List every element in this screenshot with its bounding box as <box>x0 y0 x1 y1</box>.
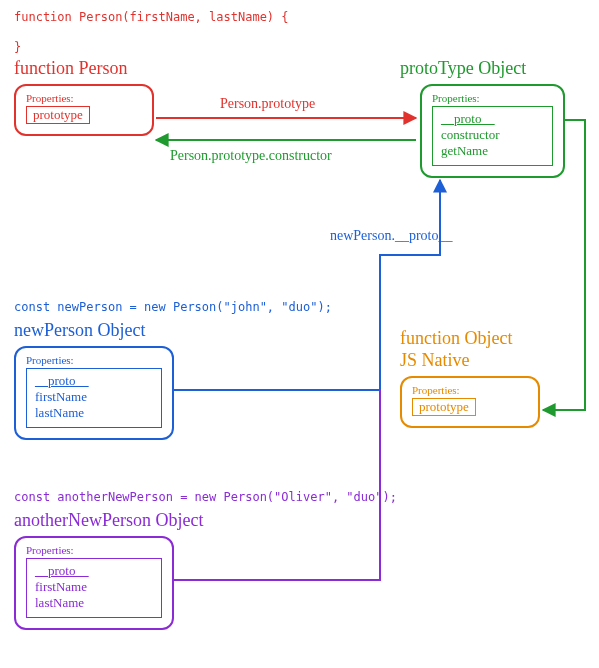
arrow-label-newperson-proto: newPerson.__proto__ <box>330 228 453 244</box>
inner-newperson-props: __proto__ firstName lastName <box>26 368 162 428</box>
inner-proto-props: __proto__ constructor getName <box>432 106 553 166</box>
prop-proto: __proto__ <box>35 563 153 579</box>
label-properties: Properties: <box>26 354 162 366</box>
box-function-person: Properties: prototype <box>14 84 154 136</box>
box-anothernewperson-object: Properties: __proto__ firstName lastName <box>14 536 174 630</box>
title-function-object-1: function Object <box>400 328 512 349</box>
prop-lastname: lastName <box>35 595 153 611</box>
prop-getname: getName <box>441 143 544 159</box>
box-prototype-object: Properties: __proto__ constructor getNam… <box>420 84 565 178</box>
title-anothernewperson-object: anotherNewPerson Object <box>14 510 203 531</box>
prop-lastname: lastName <box>35 405 153 421</box>
code-newperson: const newPerson = new Person("john", "du… <box>14 300 332 314</box>
arrow-label-person-prototype-constructor: Person.prototype.constructor <box>170 148 332 164</box>
label-properties: Properties: <box>412 384 528 396</box>
code-func-decl-open: function Person(firstName, lastName) { <box>14 10 289 24</box>
box-function-object: Properties: prototype <box>400 376 540 428</box>
title-newperson-object: newPerson Object <box>14 320 145 341</box>
prop-firstname: firstName <box>35 389 153 405</box>
label-properties: Properties: <box>26 544 162 556</box>
inner-anothernewperson-props: __proto__ firstName lastName <box>26 558 162 618</box>
prop-prototype: prototype <box>26 106 90 124</box>
prop-proto: __proto__ <box>35 373 153 389</box>
prop-proto: __proto__ <box>441 111 544 127</box>
label-properties: Properties: <box>26 92 142 104</box>
title-prototype-object: protoType Object <box>400 58 526 79</box>
title-function-person: function Person <box>14 58 127 79</box>
prop-prototype: prototype <box>412 398 476 416</box>
code-anothernewperson: const anotherNewPerson = new Person("Oli… <box>14 490 397 504</box>
label-properties: Properties: <box>432 92 553 104</box>
code-func-decl-close: } <box>14 40 21 54</box>
title-function-object-2: JS Native <box>400 350 470 371</box>
arrow-label-person-prototype: Person.prototype <box>220 96 315 112</box>
prop-firstname: firstName <box>35 579 153 595</box>
box-newperson-object: Properties: __proto__ firstName lastName <box>14 346 174 440</box>
prop-constructor: constructor <box>441 127 544 143</box>
